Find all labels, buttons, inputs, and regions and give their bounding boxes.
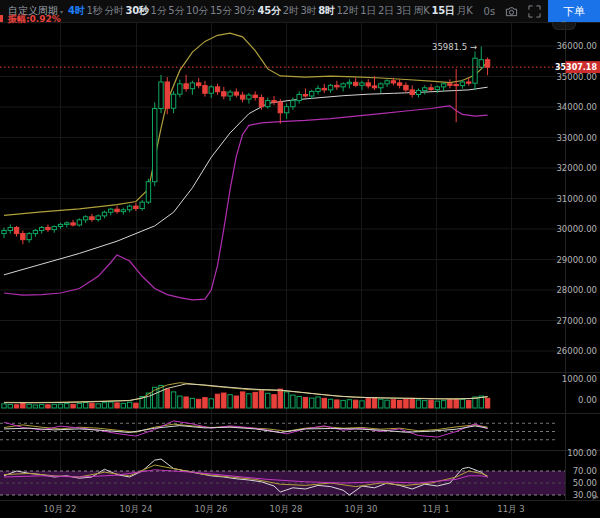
- indicator-line: [4, 33, 488, 215]
- timeframe-2日[interactable]: 2日: [377, 5, 395, 16]
- volume-bar: [222, 393, 226, 408]
- candle-body: [404, 85, 408, 90]
- volume-bar: [372, 397, 376, 408]
- rsi-axis-label: 50.00: [573, 478, 597, 488]
- price-chart-canvas[interactable]: 35307.1835981.5 →36000.0035000.0034000.0…: [0, 22, 600, 518]
- y-axis-label: 28000.00: [556, 285, 597, 295]
- candle-body: [303, 94, 307, 96]
- rsi-axis-label: 100.00: [567, 448, 597, 458]
- volume-bar: [33, 405, 37, 408]
- volume-bar: [77, 403, 81, 408]
- volume-bar: [379, 399, 383, 408]
- volume-bar: [485, 398, 489, 408]
- fullscreen-icon[interactable]: [528, 5, 541, 18]
- volume-bar: [272, 395, 276, 408]
- timeframe-10分[interactable]: 10分: [185, 5, 209, 16]
- indicator-line: [4, 87, 488, 275]
- candle-body: [284, 107, 288, 113]
- timeframe-15分[interactable]: 15分: [209, 5, 233, 16]
- indicator-line: [4, 384, 488, 403]
- y-axis-label: 35000.00: [556, 72, 597, 82]
- y-axis-label: 26000.00: [556, 346, 597, 356]
- x-axis-date-label: 10月 30: [345, 504, 378, 514]
- y-axis-label: 30000.00: [556, 224, 597, 234]
- y-axis-label: 27000.00: [556, 316, 597, 326]
- volume-bar: [441, 401, 445, 408]
- candle-body: [366, 83, 370, 86]
- timeframe-8时[interactable]: 8时: [317, 5, 335, 16]
- timeframe-45分[interactable]: 45分: [257, 5, 282, 16]
- timeframe-3时[interactable]: 3时: [299, 5, 317, 16]
- candle-body: [454, 84, 458, 85]
- volume-bar: [259, 391, 263, 408]
- candle-body: [2, 231, 6, 234]
- indicator-line: [4, 106, 488, 300]
- volume-bar: [190, 398, 194, 408]
- candle-body: [46, 227, 50, 229]
- volume-bar: [27, 404, 31, 408]
- timeframe-2时[interactable]: 2时: [282, 5, 300, 16]
- timeframe-1分[interactable]: 1分: [150, 5, 168, 16]
- candle-body: [435, 87, 439, 90]
- timeframe-15日[interactable]: 15日: [431, 5, 456, 16]
- volume-bar: [209, 399, 213, 408]
- volume-bar: [127, 402, 131, 408]
- camera-icon[interactable]: [505, 5, 518, 18]
- volume-bar: [335, 400, 339, 408]
- order-button[interactable]: 下单: [548, 0, 600, 22]
- volume-bar: [65, 404, 69, 408]
- timeframe-4时[interactable]: 4时: [67, 5, 85, 16]
- candle-body: [222, 92, 226, 96]
- volume-bar: [297, 397, 301, 409]
- candle-countdown: 0s: [484, 6, 496, 17]
- volume-bar: [316, 397, 320, 408]
- amplitude-label: 振幅:0.92%: [8, 13, 61, 26]
- volume-bar: [228, 395, 232, 408]
- candle-body: [109, 209, 113, 212]
- candle-body: [310, 91, 314, 96]
- volume-bar: [115, 403, 119, 408]
- y-axis-label: 36000.00: [556, 41, 597, 51]
- timeframe-1日[interactable]: 1日: [359, 5, 377, 16]
- volume-bar: [266, 393, 270, 408]
- volume-bar: [404, 399, 408, 408]
- y-axis-label: 32000.00: [556, 163, 597, 173]
- candle-body: [297, 94, 301, 100]
- candle-body: [96, 216, 100, 220]
- timeframe-月K[interactable]: 月K: [456, 5, 474, 16]
- candle-body: [234, 92, 238, 95]
- volume-bar: [347, 400, 351, 408]
- timeframe-1秒[interactable]: 1秒: [85, 5, 103, 16]
- candle-body: [441, 84, 445, 87]
- volume-bar: [397, 400, 401, 408]
- pane-expand-arrow[interactable]: >: [591, 492, 599, 502]
- candle-body: [190, 83, 194, 89]
- volume-bar: [171, 392, 175, 408]
- timeframe-30秒[interactable]: 30秒: [125, 5, 150, 16]
- timeframe-12时[interactable]: 12时: [336, 5, 360, 16]
- candle-body: [247, 95, 251, 99]
- y-axis-label: 33000.00: [556, 133, 597, 143]
- volume-bar: [240, 392, 244, 408]
- candle-body: [33, 231, 37, 234]
- volume-bar: [178, 396, 182, 408]
- volume-bar: [310, 398, 314, 408]
- candle-body: [215, 87, 219, 92]
- timeframe-5分[interactable]: 5分: [167, 5, 185, 16]
- timeframe-分时[interactable]: 分时: [103, 5, 124, 16]
- timeframe-30分[interactable]: 30分: [233, 5, 257, 16]
- candle-body: [14, 227, 18, 233]
- candle-body: [102, 212, 106, 216]
- volume-bar: [423, 401, 427, 408]
- y-axis-label: 29000.00: [556, 255, 597, 265]
- candle-body: [52, 227, 56, 230]
- volume-bar: [46, 405, 50, 408]
- timeframe-周K[interactable]: 周K: [413, 5, 431, 16]
- timeframe-3日[interactable]: 3日: [395, 5, 413, 16]
- volume-bar: [102, 403, 106, 408]
- x-axis-date-label: 10月 26: [195, 504, 228, 514]
- volume-bar: [416, 400, 420, 408]
- volume-axis-label: 0.00: [578, 395, 597, 405]
- volume-bar: [322, 398, 326, 408]
- candle-body: [165, 82, 169, 108]
